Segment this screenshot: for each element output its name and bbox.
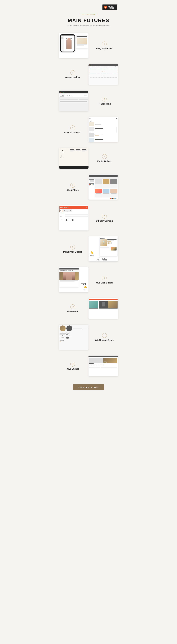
feature-1-info: 1 Fully responsive xyxy=(91,42,118,50)
feature-5: H JV Heading ✦ JV Icons xyxy=(57,146,120,171)
feature-5-number: 5 xyxy=(102,154,107,159)
feature-12: COLOR & COLOR & MINIMAL xyxy=(57,354,120,378)
feature-4-info: 4 Lava Ajax Search xyxy=(59,126,86,134)
you-can-make-badge: YOU CAN MAKE xyxy=(80,13,97,16)
feature-6: 6 Shop Filters xyxy=(57,172,120,202)
watch-it-video-button[interactable]: WATCH IT VIDEO xyxy=(102,4,117,10)
person-figure xyxy=(66,40,72,49)
feature-7-info: 7 Off Canvas Menu xyxy=(91,214,118,222)
feature-12-title: Javo Widget xyxy=(59,368,86,370)
feature-9: SINGLE POST DETAIL 2 H xyxy=(57,265,120,294)
feature-1-screenshot: MINIMAL xyxy=(59,33,88,58)
feature-9-title: Javo Blog Builder xyxy=(91,282,118,284)
feature-9-screenshot: SINGLE POST DETAIL 2 H xyxy=(59,267,88,292)
feature-3-number: 3 xyxy=(102,97,107,102)
header-section: YOU CAN MAKE MAIN FUTURES We will introd… xyxy=(57,10,120,31)
main-title: MAIN FUTURES xyxy=(60,18,117,23)
feature-11-title: WC Modules Skins xyxy=(91,339,118,341)
feature-10-title: Post Block xyxy=(59,310,86,313)
feature-3: BARO Home Shop Pages Blog xyxy=(57,88,120,114)
feature-7-number: 7 xyxy=(102,214,107,218)
feature-12-number: 12 xyxy=(70,362,75,366)
feature-7-screenshot: Edit Canvas Opener ✕ ⊞ ⚙ ◱ ✦ ▼ General M… xyxy=(59,206,88,230)
feature-6-info: 6 Shop Filters xyxy=(59,183,86,191)
feature-11-screenshot: H JV Heading ✦ JV Icons JV Button xyxy=(59,325,88,350)
subtitle: We will introduce the main features that… xyxy=(60,25,117,26)
feature-1: MINIMAL xyxy=(57,31,120,60)
feature-3-screenshot: BARO Home Shop Pages Blog xyxy=(59,90,88,111)
feature-11-number: 11 xyxy=(102,333,107,338)
feature-2-info: 2 Header Builder xyxy=(59,70,86,78)
see-more-button[interactable]: SEE MORE DETAILS xyxy=(73,384,104,390)
feature-2-number: 2 xyxy=(70,70,75,75)
feature-2: LOGO Home Shop Product Detail My Pages C… xyxy=(57,62,120,87)
phone-mockup: MINIMAL xyxy=(60,34,75,52)
feature-12-info: 12 Javo Widget xyxy=(59,362,86,370)
feature-10-screenshot xyxy=(88,298,118,319)
feature-9-info: 9 Javo Blog Builder xyxy=(91,276,118,284)
feature-6-title: Shop Filters xyxy=(59,189,86,191)
feature-8: Cross Ring 💍 xyxy=(57,234,120,264)
feature-3-info: 3 Header Menu xyxy=(91,97,118,105)
feature-11-info: 11 WC Modules Skins xyxy=(91,333,118,341)
feature-10-number: 10 xyxy=(70,304,75,309)
feature-6-screenshot xyxy=(88,174,118,200)
feature-7-title: Off Canvas Menu xyxy=(91,220,118,222)
feature-10-info: 10 Post Block xyxy=(59,304,86,313)
watch-btn-line2: VIDEO xyxy=(108,7,115,9)
feature-8-info: 8 Detail Page Builder xyxy=(59,245,86,253)
feature-7: Edit Canvas Opener ✕ ⊞ ⚙ ◱ ✦ ▼ General M… xyxy=(57,203,120,233)
play-triangle-icon xyxy=(105,6,106,8)
feature-1-title: Fully responsive xyxy=(91,48,118,50)
feature-2-title: Header Builder xyxy=(59,76,86,78)
feature-9-number: 9 xyxy=(102,276,107,280)
feature-1-number: 1 xyxy=(102,42,107,46)
watch-btn-area: WATCH IT VIDEO xyxy=(57,3,120,10)
feature-10: 10 Post Block xyxy=(57,296,120,321)
feature-4-title: Lava Ajax Search xyxy=(59,131,86,134)
see-more-section: SEE MORE DETAILS xyxy=(57,380,120,392)
feature-5-screenshot: H JV Heading ✦ JV Icons xyxy=(59,148,88,168)
watch-btn-text: WATCH IT VIDEO xyxy=(108,6,115,9)
feature-8-number: 8 xyxy=(70,245,75,250)
page-wrapper: WATCH IT VIDEO YOU CAN MAKE MAIN FUTURES… xyxy=(57,0,120,398)
feature-5-info: 5 Footer Builder xyxy=(91,154,118,162)
feature-6-number: 6 xyxy=(70,183,75,188)
feature-11: H JV Heading ✦ JV Icons JV Button xyxy=(57,322,120,352)
play-icon xyxy=(104,6,107,9)
feature-4: alluri ✕ Posts xyxy=(57,115,120,144)
feature-12-screenshot: COLOR & COLOR & MINIMAL xyxy=(88,356,118,376)
feature-4-screenshot: alluri ✕ Posts xyxy=(88,117,118,142)
feature-5-title: Footer Builder xyxy=(91,160,118,162)
feature-3-title: Header Menu xyxy=(91,103,118,105)
feature-8-title: Detail Page Builder xyxy=(59,251,86,253)
feature-4-number: 4 xyxy=(70,126,75,130)
watch-btn-line1: WATCH IT xyxy=(108,6,115,7)
hm-logo: BARO xyxy=(60,95,64,96)
feature-2-screenshot: LOGO Home Shop Product Detail My Pages C… xyxy=(88,64,118,85)
feature-8-screenshot: Cross Ring 💍 xyxy=(88,236,118,262)
